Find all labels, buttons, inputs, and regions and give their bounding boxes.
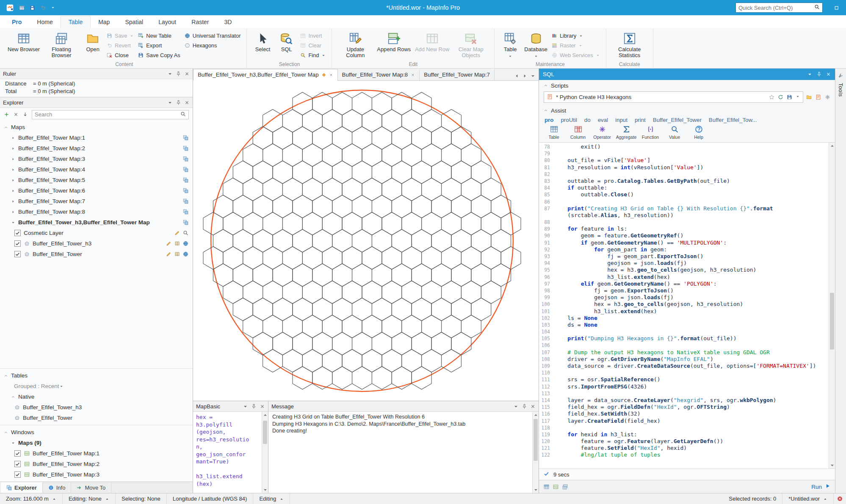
window-item[interactable]: Buffer_Efifel_Tower Map:2	[0, 459, 193, 469]
aggregate-assist-button[interactable]: Aggregate	[615, 125, 637, 140]
map-item[interactable]: Buffer_Efifel_Tower Map:8	[0, 207, 193, 217]
column-assist-button[interactable]: Column	[567, 125, 589, 140]
sql-code-editor[interactable]: 78 exit()79 80 out_file = vFile['Value']…	[539, 142, 835, 468]
scroll-thumb[interactable]	[534, 419, 538, 460]
new-browser-button[interactable]: New Browser	[6, 30, 42, 52]
map-window-icon[interactable]	[183, 220, 188, 225]
assist-tab-do[interactable]: do	[584, 117, 591, 123]
scroll-down-icon[interactable]	[829, 463, 835, 468]
collapse-icon[interactable]	[11, 441, 15, 445]
map-window-icon[interactable]	[183, 146, 188, 151]
map-item[interactable]: Buffer_Efifel_Tower Map:2	[0, 143, 193, 154]
map-item[interactable]: Buffer_Efifel_Tower Map:4	[0, 164, 193, 175]
sort-icon[interactable]	[22, 112, 28, 117]
code-line[interactable]: 81 h3_resolution = int(vResolution['Valu…	[539, 164, 829, 171]
layer-item[interactable]: Buffer_Efifel_Tower_h3	[0, 238, 193, 249]
close-panel-icon[interactable]	[184, 100, 190, 105]
ribbon-tab-raster[interactable]: Raster	[184, 17, 216, 28]
code-line[interactable]: 104	[539, 328, 829, 335]
status-longitude-latitude-wgs-84[interactable]: Longitude / Latitude (WGS 84)	[167, 493, 254, 504]
panel-menu-icon[interactable]	[243, 404, 248, 409]
add-item-icon[interactable]	[4, 112, 9, 117]
scroll-up-icon[interactable]	[263, 412, 268, 418]
export-button[interactable]: Export	[136, 41, 182, 50]
code-line[interactable]: 105 print("Dumping H3 Hexagons in {}".fo…	[539, 335, 829, 342]
pin-icon[interactable]	[522, 404, 527, 409]
document-tab[interactable]: Buffer_Efifel_Tower Map:7	[420, 69, 495, 80]
code-line[interactable]: 83 outtable = pro.Catalog.Tables.GetByPa…	[539, 178, 829, 185]
expand-icon[interactable]	[11, 157, 15, 161]
new-browser-icon[interactable]	[19, 5, 25, 11]
expand-icon[interactable]	[11, 136, 15, 140]
table-item[interactable]: Buffer_Efifel_Tower	[0, 413, 193, 423]
map-window-icon[interactable]	[183, 177, 188, 183]
ribbon-tab-3d[interactable]: 3D	[217, 17, 240, 28]
pin-icon[interactable]	[816, 72, 822, 77]
expand-icon[interactable]	[11, 199, 15, 204]
hexagons-button[interactable]: Hexagons	[182, 41, 243, 50]
expand-icon[interactable]	[11, 146, 15, 151]
close-tab-icon[interactable]	[329, 73, 333, 77]
native-group-row[interactable]: Native	[0, 391, 193, 402]
projection-icon[interactable]	[183, 251, 188, 257]
panel-menu-icon[interactable]	[513, 404, 519, 409]
script-dropdown-caret-icon[interactable]	[796, 94, 800, 99]
explorer-search-box[interactable]	[32, 110, 189, 119]
document-tab[interactable]: Buffer_Efifel_Tower Map:8	[338, 69, 420, 80]
code-line[interactable]: 119 for hexid in h3_list:	[539, 431, 829, 438]
expand-icon[interactable]	[11, 210, 15, 214]
scroll-down-icon[interactable]	[533, 487, 539, 493]
code-line[interactable]: 91 if geom.GetGeometryName() == 'MULTIPO…	[539, 240, 829, 246]
script-settings-icon[interactable]	[825, 94, 830, 100]
help-assist-button[interactable]: Help	[688, 125, 710, 140]
window-item[interactable]: Buffer_Efifel_Tower Map:1	[0, 448, 193, 459]
code-line[interactable]: 116 field_hex.SetWidth(32)	[539, 410, 829, 417]
code-line[interactable]: 95 hex = h3.geo_to_cells(geojson, h3_res…	[539, 267, 829, 273]
scroll-track[interactable]	[829, 149, 835, 463]
code-line[interactable]: 99 geojson = json.loads(fj)	[539, 294, 829, 301]
message-scrollbar[interactable]	[532, 412, 539, 493]
status-editing[interactable]: Editing: None	[63, 493, 116, 504]
section-header-windows[interactable]: Windows	[0, 427, 193, 438]
result-map-icon[interactable]	[553, 484, 558, 490]
table-assist-button[interactable]: Table	[543, 125, 565, 140]
tab-list-caret-icon[interactable]	[530, 73, 536, 79]
layer-checkbox[interactable]	[14, 240, 21, 247]
code-line[interactable]: 98 fj = geom.ExportToJson()	[539, 287, 829, 294]
panel-menu-icon[interactable]	[807, 72, 813, 77]
scroll-tabs-right-icon[interactable]	[522, 73, 528, 79]
mapbasic-scrollbar[interactable]	[262, 412, 268, 493]
map-window-icon[interactable]	[183, 135, 188, 140]
table-button[interactable]: Table	[498, 30, 522, 58]
status-selecting[interactable]: Selecting: None	[116, 493, 167, 504]
scripts-section-header[interactable]: Scripts	[539, 80, 835, 90]
ribbon-tab-home[interactable]: Home	[29, 17, 60, 28]
window-item[interactable]: Buffer_Efifel_Tower Map:3	[0, 469, 193, 480]
code-line[interactable]: 118	[539, 424, 829, 431]
document-tab[interactable]: Buffer_Efifel_Tower_h3,Buffer_Efifel_Tow…	[193, 69, 338, 81]
tables-grouping-row[interactable]: Grouped : Recent	[0, 381, 193, 391]
code-line[interactable]: 117 layer.CreateField(field_hex)	[539, 418, 829, 424]
maps-group-row[interactable]: Maps (9)	[0, 438, 193, 448]
new-table-button[interactable]: New Table	[136, 32, 182, 40]
close-button[interactable]	[827, 15, 846, 30]
result-table-icon[interactable]	[544, 484, 549, 490]
assist-tab-print[interactable]: print	[635, 117, 646, 123]
scroll-up-icon[interactable]	[829, 143, 835, 149]
new-script-icon[interactable]	[816, 94, 821, 100]
code-line[interactable]: 102 ls = None	[539, 315, 829, 322]
save-script-icon[interactable]	[787, 94, 792, 100]
map-item[interactable]: Buffer_Efifel_Tower Map:1	[0, 132, 193, 143]
layer-checkbox[interactable]	[14, 230, 21, 236]
code-line[interactable]: 122 #lng/lat tuple of tuples	[539, 452, 829, 458]
dock-tab-explorer[interactable]: Explorer	[1, 482, 43, 493]
code-line[interactable]: 97 elif geom.GetGeometryName() == 'POLYG…	[539, 281, 829, 287]
code-line[interactable]: 113	[539, 390, 829, 397]
status-selected-records[interactable]: Selected records: 0	[723, 493, 782, 504]
dock-tab-move-to[interactable]: Move To	[71, 482, 111, 493]
status-untitled-wor[interactable]: *Untitled.wor	[782, 493, 834, 504]
status-editing[interactable]: Editing	[253, 493, 290, 504]
map-window-icon[interactable]	[183, 156, 188, 162]
code-line[interactable]: 101 h3_list.extend(hex)	[539, 308, 829, 315]
ribbon-tab-pro[interactable]: Pro	[4, 17, 29, 28]
